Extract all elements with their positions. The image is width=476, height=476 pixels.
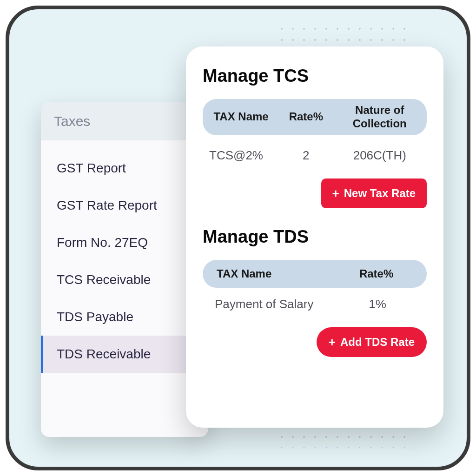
new-tax-rate-button[interactable]: + New Tax Rate: [321, 178, 427, 208]
sidebar-item-tcs-receivable[interactable]: TCS Receivable: [41, 261, 208, 298]
plus-icon: +: [329, 336, 336, 348]
tcs-cell-nature: 206C(TH): [337, 148, 423, 163]
tds-table-header: TAX Name Rate%: [203, 260, 427, 288]
tds-title: Manage TDS: [203, 227, 427, 247]
tcs-col-rate: Rate%: [276, 110, 336, 124]
tds-table-row: Payment of Salary 1%: [203, 288, 427, 315]
manage-panel: Manage TCS TAX Name Rate% Nature of Coll…: [186, 46, 443, 428]
tcs-table-row: TCS@2% 2 206C(TH): [203, 135, 427, 166]
new-tax-rate-label: New Tax Rate: [344, 187, 416, 200]
tcs-col-tax-name: TAX Name: [206, 110, 276, 124]
sidebar-item-gst-rate-report[interactable]: GST Rate Report: [41, 187, 208, 224]
tcs-title: Manage TCS: [203, 66, 427, 86]
tcs-table-header: TAX Name Rate% Nature of Collection: [203, 99, 427, 135]
tds-col-tax-name: TAX Name: [212, 267, 335, 281]
add-tds-rate-button[interactable]: + Add TDS Rate: [317, 327, 427, 357]
tds-cell-rate: 1%: [336, 297, 419, 311]
sidebar-item-gst-report[interactable]: GST Report: [41, 150, 208, 187]
sidebar-title: Taxes: [41, 102, 208, 140]
tcs-cell-rate: 2: [276, 148, 336, 163]
tcs-col-nature: Nature of Collection: [337, 104, 423, 131]
taxes-sidebar: Taxes GST Report GST Rate Report Form No…: [41, 102, 208, 437]
sidebar-item-tds-payable[interactable]: TDS Payable: [41, 298, 208, 336]
tcs-cell-name: TCS@2%: [206, 148, 276, 163]
tcs-button-row: + New Tax Rate: [203, 178, 427, 208]
add-tds-rate-label: Add TDS Rate: [340, 336, 415, 349]
tds-button-row: + Add TDS Rate: [203, 327, 427, 357]
tds-cell-name: Payment of Salary: [210, 297, 336, 311]
tds-col-rate: Rate%: [335, 267, 417, 281]
plus-icon: +: [332, 187, 339, 199]
sidebar-list: GST Report GST Rate Report Form No. 27EQ…: [41, 140, 208, 373]
sidebar-item-tds-receivable[interactable]: TDS Receivable: [41, 336, 208, 373]
app-frame: Taxes GST Report GST Rate Report Form No…: [6, 6, 470, 470]
sidebar-item-form-27eq[interactable]: Form No. 27EQ: [41, 224, 208, 261]
